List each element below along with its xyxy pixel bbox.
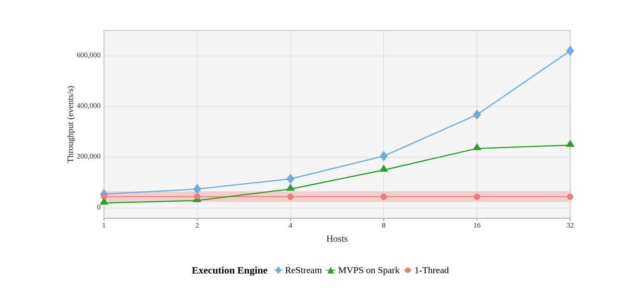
x-tick-32: 32 [567, 221, 574, 229]
1thread-marker-8 [381, 194, 386, 199]
legend-area: Execution Engine ReStream MVPS on Spark … [192, 264, 452, 276]
1thread-legend-icon [403, 265, 413, 275]
chart-svg: 0 200,000 400,000 600,000 Throughput (ev… [60, 20, 584, 262]
1thread-marker-32 [568, 194, 573, 199]
legend-title: Execution Engine [192, 264, 268, 276]
legend-item-1thread: 1-Thread [403, 265, 449, 276]
1thread-marker-2 [195, 194, 200, 199]
restream-legend-label: ReStream [285, 265, 322, 276]
1thread-marker-16 [474, 194, 480, 199]
1thread-legend-label: 1-Thread [415, 265, 449, 276]
legend-item-restream: ReStream [274, 265, 322, 276]
chart-container: 0 200,000 400,000 600,000 Throughput (ev… [0, 0, 644, 296]
1thread-marker-4 [288, 194, 293, 199]
1thread-marker-1 [101, 194, 107, 199]
svg-marker-10 [276, 267, 281, 274]
x-axis-label: Hosts [326, 233, 348, 244]
x-tick-4: 4 [289, 221, 292, 229]
mvps-legend-icon [325, 265, 336, 275]
chart-area: 0 200,000 400,000 600,000 Throughput (ev… [60, 20, 584, 262]
y-tick-400k: 400,000 [77, 101, 101, 110]
x-tick-16: 16 [473, 221, 481, 229]
series-1thread-band [104, 191, 570, 202]
x-tick-2: 2 [196, 221, 199, 229]
y-tick-0: 0 [97, 203, 101, 211]
y-tick-200k: 200,000 [77, 152, 101, 160]
x-tick-1: 1 [102, 221, 106, 229]
svg-point-14 [406, 268, 410, 273]
x-tick-8: 8 [382, 221, 386, 229]
legend-item-mvps: MVPS on Spark [325, 265, 400, 276]
y-tick-600k: 600,000 [77, 51, 101, 59]
mvps-legend-label: MVPS on Spark [338, 265, 400, 276]
y-axis-label: Throughput (events/s) [65, 85, 75, 163]
restream-legend-icon [274, 265, 283, 275]
